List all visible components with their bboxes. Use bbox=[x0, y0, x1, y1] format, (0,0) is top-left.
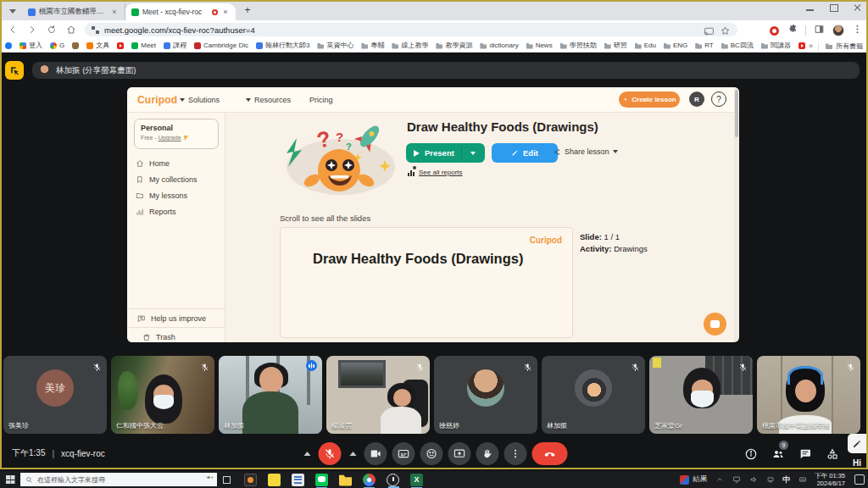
curipod-logo[interactable]: Curipod bbox=[137, 94, 177, 106]
bookmark-item[interactable]: G bbox=[50, 42, 64, 49]
close-icon[interactable] bbox=[853, 3, 863, 12]
scrollbar-thumb[interactable] bbox=[735, 90, 738, 137]
bookmark-item[interactable]: News bbox=[526, 42, 553, 49]
annotation-hi-button[interactable]: Hi bbox=[848, 455, 866, 471]
browser-tab-active[interactable]: Meet - xcq-fiev-roc × bbox=[125, 3, 236, 20]
sidebar-item-trash[interactable]: Trash bbox=[127, 327, 225, 342]
bookmark-item[interactable]: 文具 bbox=[86, 41, 109, 50]
line-app-icon[interactable] bbox=[315, 474, 328, 486]
mic-options-chevron[interactable] bbox=[301, 442, 314, 465]
app-icon[interactable] bbox=[244, 474, 257, 486]
start-button[interactable] bbox=[0, 471, 20, 488]
task-view-button[interactable] bbox=[217, 471, 236, 488]
captions-button[interactable] bbox=[392, 442, 415, 465]
extensions-icon[interactable] bbox=[787, 23, 798, 38]
cast-icon[interactable] bbox=[704, 25, 715, 36]
camera-options-chevron[interactable] bbox=[347, 442, 359, 465]
sidebar-item-collections[interactable]: My collections bbox=[136, 175, 198, 184]
end-call-button[interactable] bbox=[532, 442, 568, 465]
forward-icon[interactable] bbox=[25, 23, 39, 36]
home-icon[interactable] bbox=[64, 23, 78, 36]
touch-keyboard-icon[interactable] bbox=[798, 475, 807, 485]
meeting-details-button[interactable] bbox=[743, 446, 758, 461]
share-lesson-button[interactable]: Share lesson bbox=[554, 147, 618, 156]
reactions-button[interactable] bbox=[420, 442, 443, 465]
bookmark-item[interactable]: 專輔 bbox=[361, 41, 384, 50]
participant-tile[interactable]: 仁和國中張大云 bbox=[111, 356, 214, 434]
bookmark-item[interactable]: ENG bbox=[664, 42, 687, 49]
display-icon[interactable] bbox=[732, 475, 741, 485]
clock[interactable]: 下午 01:35 2024/6/17 bbox=[815, 472, 845, 487]
sidebar-item-feedback[interactable]: Help us improve bbox=[127, 308, 225, 328]
bookmark-star-icon[interactable] bbox=[720, 25, 731, 36]
tab-close-icon[interactable]: × bbox=[221, 8, 230, 16]
speaker-icon[interactable] bbox=[748, 475, 758, 485]
bookmark-item[interactable]: dictionary bbox=[480, 42, 518, 49]
sidebar-item-lessons[interactable]: My lessons bbox=[136, 191, 187, 200]
participant-tile[interactable]: 徐慈婷 bbox=[434, 356, 537, 434]
present-screen-button[interactable] bbox=[448, 442, 471, 465]
more-options-button[interactable] bbox=[504, 442, 527, 465]
mic-button-muted[interactable] bbox=[319, 442, 342, 465]
recording-extension-icon[interactable] bbox=[770, 26, 779, 36]
profile-avatar[interactable] bbox=[832, 25, 844, 36]
slide-preview[interactable]: Curipod Draw Healthy Foods (Drawings) bbox=[280, 227, 573, 338]
bookmark-item[interactable]: 研習 bbox=[604, 41, 627, 50]
participant-tile[interactable]: 林加振 bbox=[542, 356, 645, 434]
presenter-banner[interactable]: 林加振 (分享螢幕畫面) bbox=[32, 62, 860, 79]
bookmark-item[interactable]: 閱讀器 bbox=[761, 41, 791, 50]
help-button[interactable]: ? bbox=[711, 92, 726, 107]
bookmark-item[interactable]: 學習扶助 bbox=[560, 41, 597, 50]
tab-close-icon[interactable]: × bbox=[110, 8, 119, 16]
create-lesson-button[interactable]: Create lesson bbox=[619, 92, 680, 108]
back-icon[interactable] bbox=[6, 23, 19, 36]
sidebar-item-home[interactable]: Home bbox=[136, 159, 170, 168]
site-info-icon[interactable] bbox=[92, 26, 99, 34]
participant-tile[interactable]: 楊淑雲 bbox=[326, 356, 430, 434]
chat-widget-button[interactable] bbox=[704, 313, 726, 336]
news-widget[interactable]: 結果 bbox=[680, 474, 707, 485]
all-bookmarks-button[interactable]: 所有書籤 bbox=[818, 42, 863, 51]
chrome-icon[interactable] bbox=[363, 474, 376, 486]
participant-tile[interactable]: 美珍 張美珍 bbox=[3, 356, 107, 434]
people-button[interactable]: 9 bbox=[771, 446, 785, 461]
raise-hand-button[interactable] bbox=[476, 442, 499, 465]
calculator-icon[interactable] bbox=[292, 474, 304, 486]
action-center-icon[interactable] bbox=[854, 474, 865, 485]
new-tab-button[interactable]: + bbox=[241, 4, 254, 18]
bookmark-item[interactable] bbox=[72, 42, 79, 49]
bookmark-item[interactable]: RT bbox=[695, 42, 714, 49]
sidebar-item-reports[interactable]: Reports bbox=[136, 208, 176, 216]
account-avatar[interactable]: R bbox=[689, 92, 704, 107]
minimize-icon[interactable] bbox=[805, 3, 815, 12]
nav-resources[interactable]: Resources bbox=[246, 96, 291, 104]
reload-icon[interactable] bbox=[45, 23, 58, 36]
tab-search-chevron-icon[interactable] bbox=[7, 5, 19, 17]
bookmark-item[interactable]: Cambridge Dic bbox=[194, 42, 248, 49]
excel-icon[interactable]: X bbox=[410, 474, 423, 486]
bookmark-item[interactable]: 教學資源 bbox=[436, 41, 472, 50]
jump-to-presentation-icon[interactable] bbox=[5, 61, 24, 80]
annotation-pencil-button[interactable] bbox=[848, 434, 866, 453]
participant-tile[interactable]: 桃園市國中英語輔導團 bbox=[757, 356, 860, 434]
chat-button[interactable] bbox=[798, 446, 812, 461]
participant-tile[interactable]: 芝家堂Gr bbox=[649, 356, 753, 434]
tray-expand-icon[interactable] bbox=[715, 475, 724, 485]
bookmarks-overflow-icon[interactable]: » bbox=[809, 42, 813, 50]
bookmark-item[interactable]: Edu bbox=[635, 42, 656, 49]
address-bar[interactable]: meet.google.com/xcq-fiev-roc?authuser=4 bbox=[85, 23, 737, 36]
see-all-reports-link[interactable]: See all reports bbox=[408, 169, 463, 176]
bookmark-item[interactable]: 英資中心 bbox=[317, 41, 353, 50]
bookmark-item[interactable] bbox=[117, 42, 124, 49]
ime-indicator[interactable]: 中 bbox=[782, 474, 790, 485]
bookmark-item[interactable]: 翰林行動大師3 bbox=[256, 41, 309, 50]
bookmark-item[interactable]: 課程 bbox=[164, 41, 186, 50]
maximize-icon[interactable] bbox=[829, 3, 839, 12]
camera-button[interactable] bbox=[364, 442, 387, 465]
chevron-down-icon[interactable] bbox=[470, 152, 476, 155]
nav-pricing[interactable]: Pricing bbox=[309, 96, 333, 104]
clock-app-icon[interactable] bbox=[387, 474, 399, 486]
bookmark-item[interactable]: 線上教學 bbox=[392, 41, 428, 50]
browser-menu-icon[interactable] bbox=[852, 23, 863, 38]
file-explorer-icon[interactable] bbox=[339, 474, 352, 486]
